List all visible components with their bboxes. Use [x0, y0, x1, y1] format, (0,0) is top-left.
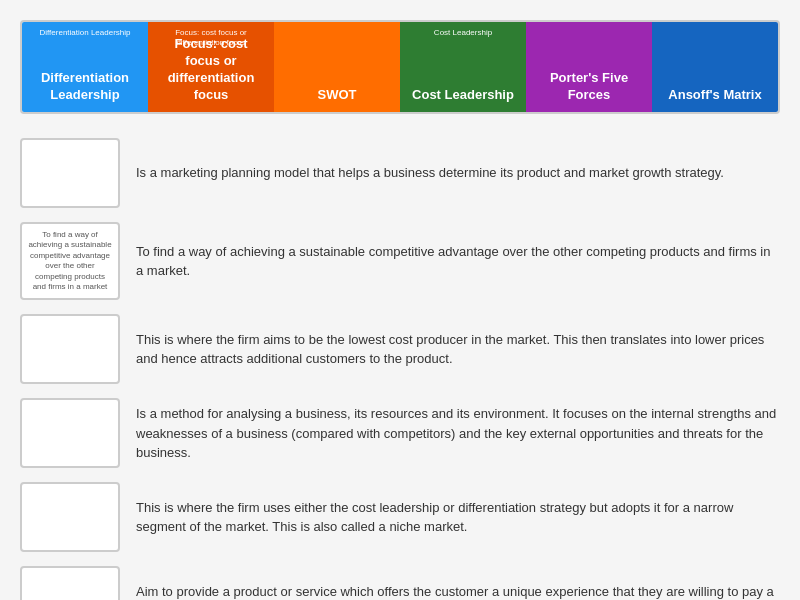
pair-box-inner-text: To find a way of achieving a sustainable…	[28, 230, 112, 292]
pair-box[interactable]	[20, 482, 120, 552]
tab-differentiation-leadership[interactable]: Differentiation LeadershipDifferentiatio…	[22, 22, 148, 112]
tab-top-label-focus: Focus: cost focus or differentiation foc…	[152, 28, 270, 47]
tab-main-label-cost-leadership: Cost Leadership	[412, 87, 514, 104]
pair-row: Is a method for analysing a business, it…	[20, 398, 780, 468]
pair-description: To find a way of achieving a sustainable…	[136, 242, 780, 281]
pair-description: Is a marketing planning model that helps…	[136, 163, 780, 183]
tab-main-label-swot: SWOT	[318, 87, 357, 104]
pair-description: Is a method for analysing a business, it…	[136, 404, 780, 463]
tab-focus[interactable]: Focus: cost focus or differentiation foc…	[148, 22, 274, 112]
tab-porters[interactable]: Porter's Five Forces	[526, 22, 652, 112]
page-container: Differentiation LeadershipDifferentiatio…	[0, 0, 800, 600]
pair-row: Is a marketing planning model that helps…	[20, 138, 780, 208]
pair-box[interactable]: To find a way of achieving a sustainable…	[20, 222, 120, 300]
tab-top-label-differentiation-leadership: Differentiation Leadership	[26, 28, 144, 38]
pair-box[interactable]	[20, 138, 120, 208]
pair-row: To find a way of achieving a sustainable…	[20, 222, 780, 300]
pair-row: This is where the firm aims to be the lo…	[20, 314, 780, 384]
pair-row: Aim to provide a product or service whic…	[20, 566, 780, 600]
pair-box[interactable]	[20, 398, 120, 468]
pair-description: This is where the firm aims to be the lo…	[136, 330, 780, 369]
pair-description: This is where the firm uses either the c…	[136, 498, 780, 537]
tab-ansoffs[interactable]: Ansoff's Matrix	[652, 22, 778, 112]
tab-main-label-differentiation-leadership: Differentiation Leadership	[30, 70, 140, 104]
pair-box[interactable]	[20, 314, 120, 384]
tab-top-label-cost-leadership: Cost Leadership	[404, 28, 522, 38]
pair-box[interactable]	[20, 566, 120, 600]
pairs-container: Is a marketing planning model that helps…	[20, 138, 780, 600]
tab-main-label-ansoffs: Ansoff's Matrix	[668, 87, 761, 104]
tab-cost-leadership[interactable]: Cost LeadershipCost Leadership	[400, 22, 526, 112]
tab-main-label-porters: Porter's Five Forces	[534, 70, 644, 104]
tab-swot[interactable]: SWOT	[274, 22, 400, 112]
pair-description: Aim to provide a product or service whic…	[136, 582, 780, 600]
pair-row: This is where the firm uses either the c…	[20, 482, 780, 552]
tab-bar: Differentiation LeadershipDifferentiatio…	[20, 20, 780, 114]
